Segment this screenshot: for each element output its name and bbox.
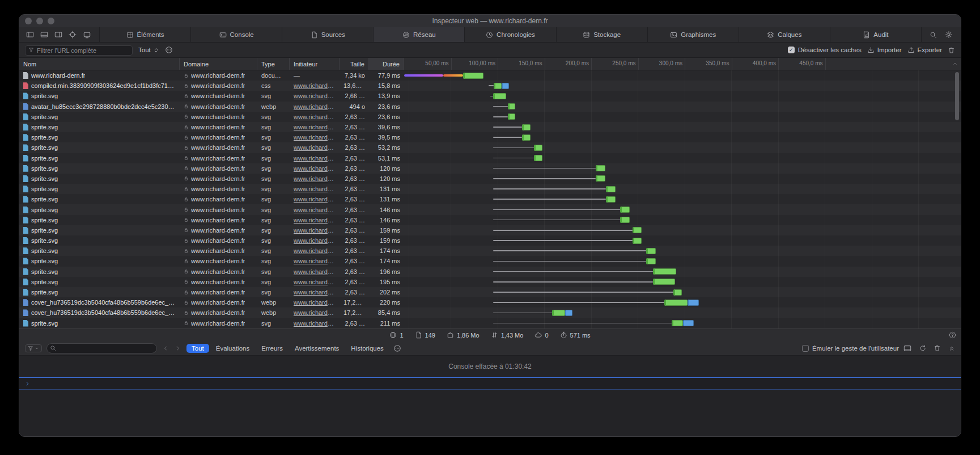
- initiator-cell[interactable]: www.richard-d…: [290, 103, 340, 110]
- initiator-cell[interactable]: www.richard-d…: [290, 279, 340, 285]
- table-row[interactable]: sprite.svgwww.richard-dern.frsvgwww.rich…: [19, 153, 961, 163]
- console-search-input[interactable]: [46, 343, 157, 353]
- scope-dropdown[interactable]: Tout: [138, 47, 159, 53]
- console-options-icon[interactable]: [393, 344, 401, 352]
- console-tab-erreurs[interactable]: Erreurs: [256, 344, 288, 353]
- tab-elements[interactable]: Éléments: [99, 27, 190, 42]
- initiator-cell[interactable]: www.richard-d…: [290, 124, 340, 130]
- tab-sources[interactable]: Sources: [282, 27, 373, 42]
- initiator-cell[interactable]: www.richard-d…: [290, 299, 340, 306]
- dock-left-icon[interactable]: [26, 31, 34, 39]
- console-tab-evaluations[interactable]: Évaluations: [211, 344, 254, 353]
- tab-storage[interactable]: Stockage: [556, 27, 647, 42]
- table-row[interactable]: sprite.svgwww.richard-dern.frsvgwww.rich…: [19, 91, 961, 101]
- table-row[interactable]: sprite.svgwww.richard-dern.frsvgwww.rich…: [19, 163, 961, 174]
- initiator-cell[interactable]: www.richard-d…: [290, 134, 340, 141]
- initiator-cell[interactable]: www.richard-d…: [290, 155, 340, 162]
- initiator-cell[interactable]: www.richard-d…: [290, 227, 340, 234]
- table-row[interactable]: sprite.svgwww.richard-dern.frsvgwww.rich…: [19, 122, 961, 132]
- initiator-cell[interactable]: www.richard-d…: [290, 207, 340, 213]
- column-header-type[interactable]: Type: [257, 58, 290, 70]
- emulate-user-gesture-checkbox[interactable]: [802, 345, 809, 352]
- initiator-cell[interactable]: www.richard-d…: [290, 289, 340, 296]
- table-row[interactable]: sprite.svgwww.richard-dern.frsvgwww.rich…: [19, 287, 961, 297]
- export-button[interactable]: Exporter: [907, 47, 942, 54]
- dock-bottom-icon[interactable]: [40, 31, 48, 39]
- gear-icon[interactable]: [945, 31, 953, 39]
- table-row[interactable]: sprite.svgwww.richard-dern.frsvgwww.rich…: [19, 225, 961, 235]
- chevron-left-icon[interactable]: [162, 345, 169, 352]
- table-row[interactable]: sprite.svgwww.richard-dern.frsvgwww.rich…: [19, 194, 961, 204]
- table-row[interactable]: sprite.svgwww.richard-dern.frsvgwww.rich…: [19, 267, 961, 277]
- search-icon[interactable]: [930, 31, 937, 39]
- tab-network[interactable]: Réseau: [373, 27, 464, 42]
- console-prompt[interactable]: [19, 377, 961, 390]
- column-header-taille[interactable]: Taille: [340, 58, 369, 70]
- table-row[interactable]: cover_hu736519dc3b5040cfa48b6b559b6de6ec…: [19, 297, 961, 307]
- element-picker-icon[interactable]: [69, 31, 77, 39]
- tab-console[interactable]: Console: [190, 27, 282, 42]
- tab-graphics[interactable]: Graphismes: [647, 27, 739, 42]
- clear-console-icon[interactable]: [934, 344, 941, 352]
- resource-name-cell: sprite.svg: [19, 237, 180, 244]
- initiator-cell[interactable]: www.richard-d…: [290, 82, 340, 89]
- dock-right-icon[interactable]: [54, 31, 62, 39]
- table-row[interactable]: sprite.svgwww.richard-dern.frsvgwww.rich…: [19, 277, 961, 287]
- initiator-cell[interactable]: www.richard-d…: [290, 309, 340, 316]
- import-button[interactable]: Importer: [867, 47, 902, 54]
- tab-audit[interactable]: Audit: [830, 27, 921, 42]
- table-row[interactable]: sprite.svgwww.richard-dern.frsvgwww.rich…: [19, 246, 961, 256]
- trash-icon[interactable]: [948, 47, 955, 54]
- table-row[interactable]: sprite.svgwww.richard-dern.frsvgwww.rich…: [19, 318, 961, 328]
- console-tab-avertissements[interactable]: Avertissements: [290, 344, 344, 353]
- initiator-cell[interactable]: www.richard-d…: [290, 237, 340, 244]
- initiator-cell[interactable]: www.richard-d…: [290, 196, 340, 203]
- initiator-cell[interactable]: www.richard-d…: [290, 113, 340, 120]
- table-row[interactable]: sprite.svgwww.richard-dern.frsvgwww.rich…: [19, 235, 961, 246]
- column-header-nom[interactable]: Nom: [19, 58, 180, 70]
- initiator-cell[interactable]: www.richard-d…: [290, 247, 340, 254]
- initiator-cell[interactable]: www.richard-d…: [290, 268, 340, 275]
- table-row[interactable]: sprite.svgwww.richard-dern.frsvgwww.rich…: [19, 184, 961, 194]
- table-row[interactable]: sprite.svgwww.richard-dern.frsvgwww.rich…: [19, 174, 961, 184]
- initiator-cell[interactable]: www.richard-d…: [290, 320, 340, 327]
- console-drawer-icon[interactable]: [903, 344, 911, 352]
- disable-caches-toggle[interactable]: Désactiver les caches: [788, 47, 862, 53]
- table-row[interactable]: sprite.svgwww.richard-dern.frsvgwww.rich…: [19, 112, 961, 122]
- emulate-user-gesture-toggle[interactable]: Émuler le geste de l'utilisateur: [802, 345, 899, 352]
- table-row[interactable]: cover_hu736519dc3b5040cfa48b6b559b6de6ec…: [19, 307, 961, 318]
- table-row[interactable]: www.richard-dern.frwww.richard-dern.frdo…: [19, 70, 961, 81]
- tab-layers[interactable]: Calques: [739, 27, 830, 42]
- vertical-scrollbar[interactable]: [955, 72, 959, 120]
- table-row[interactable]: sprite.svgwww.richard-dern.frsvgwww.rich…: [19, 204, 961, 214]
- table-row[interactable]: sprite.svgwww.richard-dern.frsvgwww.rich…: [19, 142, 961, 153]
- column-header-domaine[interactable]: Domaine: [180, 58, 257, 70]
- console-tab-tout[interactable]: Tout: [186, 344, 209, 353]
- console-tab-historiques[interactable]: Historiques: [346, 344, 389, 353]
- table-row[interactable]: compiled.min.38390909f303624ed9e1cf1bd3f…: [19, 81, 961, 91]
- table-row[interactable]: sprite.svgwww.richard-dern.frsvgwww.rich…: [19, 132, 961, 142]
- timeline-scroll-up-icon[interactable]: [952, 61, 958, 66]
- help-icon[interactable]: [949, 331, 956, 339]
- table-row[interactable]: avatar_hu85ecc3e298728880b0bde2dcc4e5c23…: [19, 102, 961, 112]
- initiator-cell[interactable]: www.richard-d…: [290, 258, 340, 264]
- column-header-initiateur[interactable]: Initiateur: [290, 58, 340, 70]
- disable-caches-checkbox[interactable]: [788, 47, 795, 53]
- initiator-cell[interactable]: www.richard-d…: [290, 165, 340, 172]
- chevron-right-icon[interactable]: [174, 345, 182, 352]
- initiator-cell[interactable]: www.richard-d…: [290, 186, 340, 192]
- initiator-cell[interactable]: www.richard-d…: [290, 92, 340, 99]
- console-filter-dropdown[interactable]: [25, 344, 42, 352]
- initiator-cell[interactable]: www.richard-d…: [290, 144, 340, 151]
- tab-timelines[interactable]: Chronologies: [464, 27, 555, 42]
- clear-on-reload-icon[interactable]: [919, 344, 926, 352]
- scope-options-icon[interactable]: [165, 46, 173, 54]
- initiator-cell[interactable]: www.richard-d…: [290, 175, 340, 182]
- table-row[interactable]: sprite.svgwww.richard-dern.frsvgwww.rich…: [19, 256, 961, 266]
- table-row[interactable]: sprite.svgwww.richard-dern.frsvgwww.rich…: [19, 215, 961, 225]
- column-header-durée[interactable]: Durée: [369, 58, 404, 70]
- initiator-cell[interactable]: www.richard-d…: [290, 217, 340, 224]
- expand-console-icon[interactable]: [948, 345, 955, 352]
- url-filter-input[interactable]: [25, 45, 133, 56]
- device-icon[interactable]: [83, 31, 91, 39]
